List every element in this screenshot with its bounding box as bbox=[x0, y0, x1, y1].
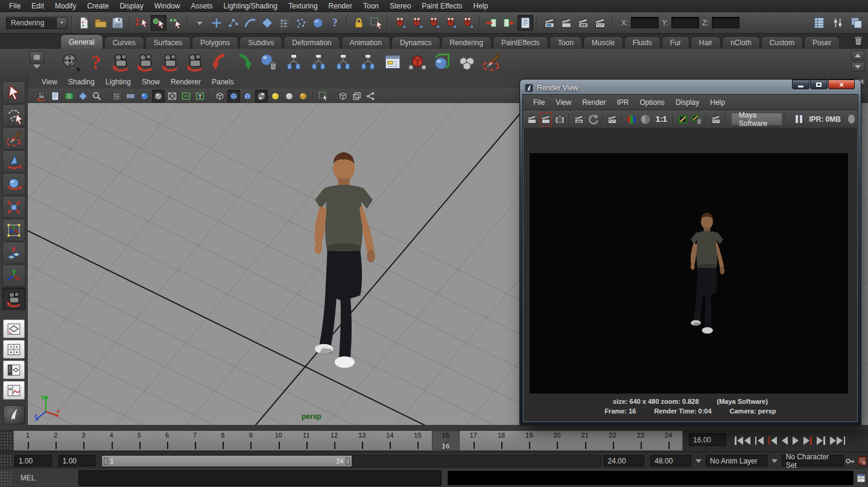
frame-6[interactable]: 6 bbox=[153, 431, 181, 450]
shelf-scroll-up-button[interactable] bbox=[851, 51, 864, 60]
stop-ipr-icon[interactable] bbox=[848, 115, 855, 124]
menu-file[interactable]: File bbox=[4, 1, 26, 11]
set-key-icon[interactable] bbox=[844, 455, 856, 467]
frame-15[interactable]: 15 bbox=[404, 431, 431, 450]
snap-align-objects-icon[interactable] bbox=[392, 15, 408, 31]
step-back-frame-button[interactable] bbox=[755, 434, 764, 447]
script-editor-icon[interactable] bbox=[855, 471, 867, 485]
lasso-select-tool[interactable] bbox=[2, 104, 25, 127]
shading-network-sphere-icon[interactable] bbox=[283, 51, 305, 73]
render-view-menu-help[interactable]: Help bbox=[705, 97, 730, 108]
menu-display[interactable]: Display bbox=[114, 1, 148, 11]
frame-2[interactable]: 2 bbox=[42, 431, 69, 450]
shelf-tab-hair[interactable]: Hair bbox=[691, 36, 721, 49]
menu-texturing[interactable]: Texturing bbox=[283, 1, 323, 11]
multi-pane-icon[interactable] bbox=[350, 90, 363, 102]
xray-icon[interactable] bbox=[337, 90, 349, 102]
render-current-frame-icon[interactable] bbox=[542, 15, 557, 31]
grid-toggle-icon[interactable] bbox=[110, 90, 123, 102]
attribute-editor-icon[interactable] bbox=[811, 15, 827, 31]
menu-assets[interactable]: Assets bbox=[185, 1, 218, 11]
shelf-tab-general[interactable]: General bbox=[60, 34, 103, 49]
snap-move-icon[interactable] bbox=[209, 15, 224, 31]
tool-settings-icon[interactable] bbox=[830, 15, 846, 31]
select-camera-icon[interactable] bbox=[35, 90, 48, 102]
step-back-key-button[interactable] bbox=[768, 434, 777, 447]
film-gate-icon[interactable] bbox=[124, 90, 137, 102]
render-settings-icon[interactable] bbox=[592, 15, 608, 31]
snap-to-particles-icon[interactable] bbox=[293, 15, 309, 31]
refresh-ipr-icon[interactable] bbox=[587, 112, 599, 127]
frame-4[interactable]: 4 bbox=[98, 431, 125, 450]
chevron-down-icon[interactable] bbox=[771, 459, 778, 463]
menu-lighting-shading[interactable]: Lighting/Shading bbox=[218, 1, 282, 11]
command-input[interactable] bbox=[78, 470, 442, 486]
share-view-icon[interactable] bbox=[364, 90, 377, 102]
frame-9[interactable]: 9 bbox=[236, 431, 264, 450]
animation-end-field[interactable]: 48.00 bbox=[650, 455, 691, 467]
current-time-field[interactable] bbox=[689, 433, 726, 446]
hypershade-window-icon[interactable] bbox=[382, 51, 404, 73]
open-scene-icon[interactable] bbox=[93, 15, 109, 31]
select-hierarchy-mode-icon[interactable] bbox=[134, 15, 150, 31]
zoom-one-to-one-button[interactable]: 1:1 bbox=[653, 112, 670, 127]
show-manipulator-tool[interactable] bbox=[2, 265, 25, 287]
range-start-handle[interactable] bbox=[104, 457, 108, 465]
layout-outliner-persp-button[interactable] bbox=[3, 360, 25, 379]
frame-21[interactable]: 21 bbox=[571, 431, 598, 450]
isolate-select-icon[interactable] bbox=[317, 90, 329, 102]
select-object-mode-icon[interactable] bbox=[151, 15, 166, 31]
frame-3[interactable]: 3 bbox=[69, 431, 97, 450]
shelf-options-arrow-icon[interactable] bbox=[33, 64, 40, 69]
select-tool[interactable] bbox=[2, 81, 25, 104]
field-chart-icon[interactable] bbox=[166, 90, 179, 102]
universal-manipulator-tool[interactable] bbox=[2, 219, 25, 241]
make-live-icon[interactable] bbox=[310, 15, 326, 31]
render-view-window[interactable]: Render View × FileViewRenderIPROptionsDi… bbox=[520, 80, 861, 425]
shading-network-group-icon[interactable] bbox=[308, 51, 329, 73]
frame-19[interactable]: 19 bbox=[515, 431, 543, 450]
go-to-start-button[interactable] bbox=[735, 434, 750, 447]
pause-ipr-icon[interactable] bbox=[796, 115, 802, 123]
frame-23[interactable]: 23 bbox=[627, 431, 654, 450]
save-render-image-icon[interactable] bbox=[184, 51, 206, 73]
keep-image-icon[interactable] bbox=[677, 112, 689, 127]
camera-attributes-icon[interactable] bbox=[49, 90, 62, 102]
rotate-tool[interactable] bbox=[2, 173, 25, 195]
shelf-item-menu-button[interactable] bbox=[30, 51, 44, 63]
snap-align-curves-icon[interactable] bbox=[409, 15, 425, 31]
delete-unused-nodes-icon[interactable] bbox=[258, 51, 280, 73]
shelf-tab-rendering[interactable]: Rendering bbox=[442, 36, 492, 49]
menu-paint-effects[interactable]: Paint Effects bbox=[416, 1, 467, 11]
minimize-button[interactable] bbox=[792, 80, 809, 89]
flat-lighting-icon[interactable] bbox=[283, 90, 296, 102]
frame-7[interactable]: 7 bbox=[181, 431, 209, 450]
frame-24[interactable]: 24 bbox=[654, 431, 682, 450]
redo-view-change-icon[interactable] bbox=[233, 51, 255, 73]
input-connections-icon[interactable] bbox=[484, 15, 499, 31]
frame-14[interactable]: 14 bbox=[376, 431, 404, 450]
step-forward-key-button[interactable] bbox=[803, 434, 812, 447]
shelf-tab-subdivs[interactable]: Subdivs bbox=[239, 36, 282, 49]
snap-align-points-icon[interactable] bbox=[426, 15, 442, 31]
quick-help-icon[interactable] bbox=[327, 15, 343, 31]
shelf-tab-custom[interactable]: Custom bbox=[761, 36, 803, 49]
render-view-menu-ipr[interactable]: IPR bbox=[612, 97, 635, 108]
shelf-help-icon[interactable] bbox=[85, 51, 107, 73]
menu-stereo[interactable]: Stereo bbox=[384, 1, 416, 11]
render-view-menu-display[interactable]: Display bbox=[670, 97, 705, 108]
step-forward-frame-button[interactable] bbox=[817, 434, 825, 447]
frame-12[interactable]: 12 bbox=[320, 431, 348, 450]
last-tool-camera[interactable] bbox=[2, 287, 25, 310]
render-view-menu-view[interactable]: View bbox=[550, 97, 577, 108]
menu-edit[interactable]: Edit bbox=[26, 1, 49, 11]
safe-title-icon[interactable] bbox=[194, 90, 206, 102]
texture-cubes-icon[interactable] bbox=[456, 51, 478, 73]
shading-network-simple-icon[interactable] bbox=[357, 51, 379, 73]
range-bar[interactable]: 1 24 bbox=[102, 456, 351, 467]
shading-network-single-icon[interactable] bbox=[332, 51, 354, 73]
layout-four-pane-button[interactable] bbox=[3, 340, 25, 359]
rendered-image[interactable] bbox=[530, 153, 848, 394]
frame-16[interactable]: 1616 bbox=[432, 431, 460, 450]
menu-window[interactable]: Window bbox=[149, 1, 186, 11]
